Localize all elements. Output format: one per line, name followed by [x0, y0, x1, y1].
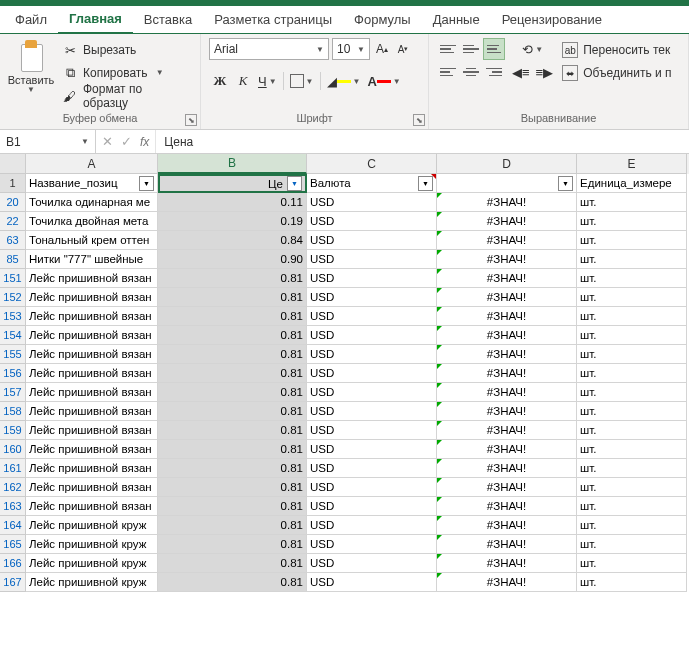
header-cell-unit[interactable]: Единица_измере [577, 174, 687, 193]
cell-price[interactable]: 0.81 [158, 459, 307, 478]
cell-price[interactable]: 0.81 [158, 535, 307, 554]
cell-price[interactable]: 0.81 [158, 573, 307, 592]
cell-unit[interactable]: шт. [577, 402, 687, 421]
underline-button[interactable]: Ч▼ [255, 70, 280, 92]
cell-name[interactable]: Лейс пришивной вязан [26, 383, 158, 402]
font-color-button[interactable]: А▼ [364, 70, 403, 92]
formula-bar[interactable]: Цена [156, 130, 689, 153]
cell-unit[interactable]: шт. [577, 383, 687, 402]
cell-name[interactable]: Лейс пришивной вязан [26, 269, 158, 288]
cell-price[interactable]: 0.81 [158, 269, 307, 288]
cell-currency[interactable]: USD [307, 459, 437, 478]
cell-currency[interactable]: USD [307, 440, 437, 459]
header-cell-currency[interactable]: Валюта [307, 174, 437, 193]
cell-currency[interactable]: USD [307, 364, 437, 383]
row-header[interactable]: 167 [0, 573, 26, 592]
decrease-indent-button[interactable]: ◀≡ [509, 61, 533, 83]
merge-button[interactable]: ⬌Объединить и п [562, 63, 671, 83]
row-header[interactable]: 162 [0, 478, 26, 497]
cell-unit[interactable]: шт. [577, 250, 687, 269]
cell-unit[interactable]: шт. [577, 440, 687, 459]
cell-currency[interactable]: USD [307, 212, 437, 231]
cell-price[interactable]: 0.81 [158, 326, 307, 345]
cell-currency[interactable]: USD [307, 231, 437, 250]
cell-unit[interactable]: шт. [577, 364, 687, 383]
col-header-B[interactable]: B [158, 154, 307, 174]
cell-name[interactable]: Лейс пришивной вязан [26, 326, 158, 345]
cell-error[interactable]: #ЗНАЧ! [437, 497, 577, 516]
row-header[interactable]: 1 [0, 174, 26, 193]
paste-button[interactable]: Вставить ▼ [8, 38, 54, 94]
cell-unit[interactable]: шт. [577, 554, 687, 573]
cell-currency[interactable]: USD [307, 478, 437, 497]
cell-price[interactable]: 0.81 [158, 516, 307, 535]
cell-unit[interactable]: шт. [577, 497, 687, 516]
cell-unit[interactable]: шт. [577, 193, 687, 212]
row-header[interactable]: 163 [0, 497, 26, 516]
cancel-formula-button[interactable]: ✕ [102, 134, 113, 149]
cell-currency[interactable]: USD [307, 269, 437, 288]
cell-error[interactable]: #ЗНАЧ! [437, 364, 577, 383]
cell-unit[interactable]: шт. [577, 288, 687, 307]
row-header[interactable]: 20 [0, 193, 26, 212]
cell-error[interactable]: #ЗНАЧ! [437, 478, 577, 497]
dialog-launcher-icon[interactable]: ⬊ [185, 114, 197, 126]
font-size-select[interactable]: 10▼ [332, 38, 370, 60]
row-header[interactable]: 63 [0, 231, 26, 250]
col-header-E[interactable]: E [577, 154, 687, 174]
row-header[interactable]: 152 [0, 288, 26, 307]
row-header[interactable]: 22 [0, 212, 26, 231]
cell-unit[interactable]: шт. [577, 516, 687, 535]
cell-name[interactable]: Лейс пришивной вязан [26, 440, 158, 459]
cell-name[interactable]: Нитки "777" швейные [26, 250, 158, 269]
align-top-button[interactable] [437, 38, 459, 60]
cell-error[interactable]: #ЗНАЧ! [437, 193, 577, 212]
row-header[interactable]: 164 [0, 516, 26, 535]
cell-currency[interactable]: USD [307, 573, 437, 592]
cell-name[interactable]: Лейс пришивной вязан [26, 288, 158, 307]
row-header[interactable]: 161 [0, 459, 26, 478]
cell-error[interactable]: #ЗНАЧ! [437, 516, 577, 535]
cell-unit[interactable]: шт. [577, 269, 687, 288]
italic-button[interactable]: К [232, 70, 254, 92]
increase-font-button[interactable]: A▴ [373, 39, 391, 59]
cell-name[interactable]: Тональный крем оттен [26, 231, 158, 250]
dialog-launcher-icon[interactable]: ⬊ [413, 114, 425, 126]
cell-unit[interactable]: шт. [577, 459, 687, 478]
col-header-D[interactable]: D [437, 154, 577, 174]
cell-name[interactable]: Лейс пришивной вязан [26, 307, 158, 326]
cell-error[interactable]: #ЗНАЧ! [437, 535, 577, 554]
cell-error[interactable]: #ЗНАЧ! [437, 459, 577, 478]
cell-price[interactable]: 0.81 [158, 345, 307, 364]
enter-formula-button[interactable]: ✓ [121, 134, 132, 149]
cell-name[interactable]: Лейс пришивной вязан [26, 478, 158, 497]
spreadsheet-grid[interactable]: A B C D E 1 Название_позиц Це Валюта Еди… [0, 154, 689, 592]
filter-active-icon[interactable] [287, 176, 302, 191]
col-header-C[interactable]: C [307, 154, 437, 174]
tab-Главная[interactable]: Главная [58, 6, 133, 34]
cell-name[interactable]: Точилка двойная мета [26, 212, 158, 231]
cell-currency[interactable]: USD [307, 326, 437, 345]
cell-price[interactable]: 0.90 [158, 250, 307, 269]
row-header[interactable]: 160 [0, 440, 26, 459]
tab-Рецензирование[interactable]: Рецензирование [491, 7, 613, 33]
cell-name[interactable]: Лейс пришивной круж [26, 516, 158, 535]
cut-button[interactable]: ✂Вырезать [60, 40, 192, 60]
header-cell-price[interactable]: Це [158, 174, 307, 193]
cell-currency[interactable]: USD [307, 307, 437, 326]
cell-currency[interactable]: USD [307, 554, 437, 573]
orientation-button[interactable]: ⟲▼ [509, 38, 556, 60]
cell-error[interactable]: #ЗНАЧ! [437, 383, 577, 402]
cell-error[interactable]: #ЗНАЧ! [437, 269, 577, 288]
tab-Файл[interactable]: Файл [4, 7, 58, 33]
cell-price[interactable]: 0.84 [158, 231, 307, 250]
cell-name[interactable]: Лейс пришивной круж [26, 554, 158, 573]
cell-price[interactable]: 0.81 [158, 421, 307, 440]
name-box[interactable]: B1▼ [0, 130, 96, 153]
cell-price[interactable]: 0.81 [158, 497, 307, 516]
cell-name[interactable]: Лейс пришивной вязан [26, 421, 158, 440]
tab-Формулы[interactable]: Формулы [343, 7, 422, 33]
cell-name[interactable]: Лейс пришивной вязан [26, 402, 158, 421]
cell-error[interactable]: #ЗНАЧ! [437, 326, 577, 345]
align-middle-button[interactable] [460, 38, 482, 60]
